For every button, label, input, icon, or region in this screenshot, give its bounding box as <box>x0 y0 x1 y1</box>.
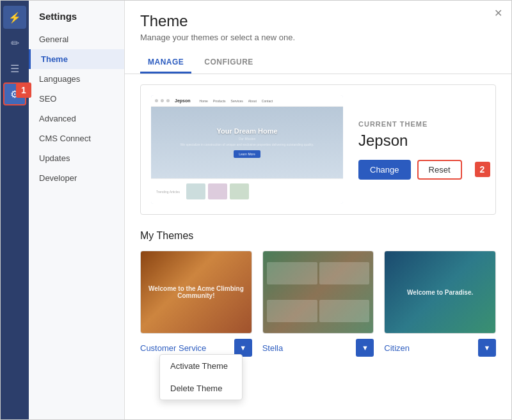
theme-name-stella: Stella <box>262 343 356 353</box>
my-themes-section: My Themes Welcome to the Acme Climbing C… <box>140 230 496 357</box>
current-theme-section: Jepson HomeProductsServicesAboutContact … <box>140 84 496 215</box>
main-content: ✕ Theme Manage your themes or select a n… <box>125 1 511 419</box>
preview-hero-sub: Our Mission <box>180 137 314 141</box>
theme-thumb-text-citizen: Welcome to Paradise. <box>385 251 495 333</box>
tab-manage[interactable]: MANAGE <box>140 52 191 74</box>
theme-preview: Jepson HomeProductsServicesAboutContact … <box>151 95 343 204</box>
main-body: Jepson HomeProductsServicesAboutContact … <box>125 74 511 419</box>
theme-card-citizen: Welcome to Paradise. Citizen ▼ <box>384 251 496 357</box>
preview-article-1: Trending Articles <box>156 190 180 194</box>
main-header: Theme Manage your themes or select a new… <box>125 1 511 42</box>
theme-thumb-text-stella <box>263 251 374 333</box>
sidebar-title: Settings <box>29 11 124 29</box>
theme-card-stella: Stella ▼ <box>262 251 374 357</box>
themes-grid: Welcome to the Acme Climbing Community! … <box>140 251 496 357</box>
app-window: ⚡ ✏ ☰ ⚙ 1 Settings General Theme Languag… <box>0 0 512 420</box>
sidebar-item-seo[interactable]: SEO <box>29 89 124 109</box>
icon-gear[interactable]: ⚙ 1 <box>3 82 26 105</box>
sidebar-item-theme[interactable]: Theme <box>29 49 124 69</box>
theme-card-customer-service: Welcome to the Acme Climbing Community! … <box>140 251 252 357</box>
theme-thumb-citizen: Welcome to Paradise. <box>384 251 496 334</box>
icon-lightning[interactable]: ⚡ <box>3 6 26 29</box>
theme-dropdown-arrow-citizen[interactable]: ▼ <box>478 339 496 357</box>
sidebar-item-general[interactable]: General <box>29 29 124 49</box>
current-theme-label: CURRENT THEME <box>358 120 490 128</box>
sidebar-item-developer[interactable]: Developer <box>29 168 124 188</box>
sidebar-item-updates[interactable]: Updates <box>29 148 124 168</box>
dropdown-delete-theme[interactable]: Delete Theme <box>160 377 242 400</box>
theme-thumb-text-customer: Welcome to the Acme Climbing Community! <box>141 251 252 333</box>
theme-name-customer: Customer Service <box>140 343 234 353</box>
theme-actions: Change Reset 2 <box>358 160 490 180</box>
change-theme-button[interactable]: Change <box>358 160 411 180</box>
current-theme-name: Jepson <box>358 132 490 150</box>
page-subtitle: Manage your themes or select a new one. <box>140 33 496 42</box>
page-title: Theme <box>140 12 496 30</box>
dropdown-activate-theme[interactable]: Activate Theme <box>160 355 242 377</box>
tabs: MANAGE CONFIGURE <box>125 46 511 74</box>
icon-bar: ⚡ ✏ ☰ ⚙ 1 <box>1 1 29 419</box>
sidebar-item-languages[interactable]: Languages <box>29 69 124 89</box>
tab-configure[interactable]: CONFIGURE <box>196 52 261 74</box>
theme-thumb-customer: Welcome to the Acme Climbing Community! <box>140 251 252 334</box>
preview-hero-text: Your Dream Home <box>180 127 314 135</box>
my-themes-title: My Themes <box>140 230 496 242</box>
icon-pen[interactable]: ✏ <box>3 31 26 54</box>
icon-list[interactable]: ☰ <box>3 57 26 80</box>
theme-name-citizen: Citizen <box>384 343 478 353</box>
annotation-2: 2 <box>475 162 490 177</box>
theme-dropdown-arrow-stella[interactable]: ▼ <box>356 339 374 357</box>
theme-thumb-stella <box>262 251 374 334</box>
current-theme-info: CURRENT THEME Jepson Change Reset 2 <box>358 120 490 180</box>
preview-logo: Jepson <box>175 98 191 103</box>
sidebar-item-advanced[interactable]: Advanced <box>29 109 124 128</box>
annotation-1: 1 <box>16 82 31 98</box>
sidebar-item-cms-connect[interactable]: CMS Connect <box>29 128 124 148</box>
sidebar: Settings General Theme Languages SEO Adv… <box>29 1 125 419</box>
theme-dropdown-menu: Activate Theme Delete Theme <box>159 354 243 400</box>
theme-card-footer-stella: Stella ▼ <box>262 339 374 357</box>
close-button[interactable]: ✕ <box>494 7 502 19</box>
reset-theme-button[interactable]: Reset <box>417 160 462 180</box>
preview-cta-btn: Learn More <box>234 150 260 158</box>
theme-card-footer-citizen: Citizen ▼ <box>384 339 496 357</box>
